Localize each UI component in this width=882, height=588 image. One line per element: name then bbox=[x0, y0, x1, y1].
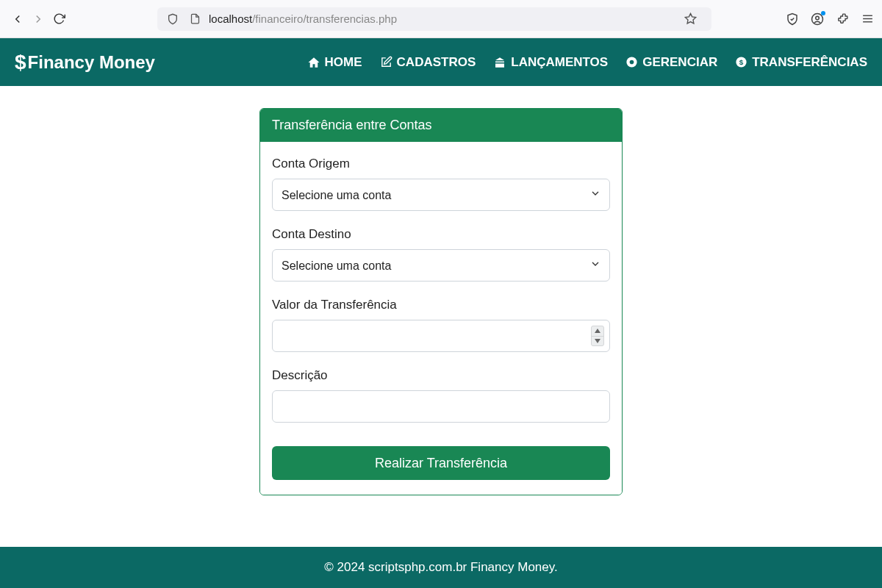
shield-icon bbox=[165, 11, 181, 27]
svg-marker-0 bbox=[685, 13, 695, 23]
forward-button[interactable] bbox=[28, 9, 49, 29]
menu-icon[interactable] bbox=[860, 12, 875, 26]
nav-home[interactable]: HOME bbox=[307, 55, 362, 70]
transfer-card: Transferência entre Contas Conta Origem … bbox=[259, 108, 623, 495]
url-text: localhost/financeiro/transferencias.php bbox=[209, 12, 397, 25]
select-destino[interactable]: Selecione uma conta bbox=[272, 249, 610, 282]
extensions-icon[interactable] bbox=[835, 12, 850, 26]
page-icon bbox=[187, 11, 203, 27]
card-title: Transferência entre Contas bbox=[260, 109, 622, 142]
back-button[interactable] bbox=[7, 9, 28, 29]
dollar-icon: $ bbox=[15, 51, 26, 74]
nav-gerenciar[interactable]: GERENCIAR bbox=[625, 55, 717, 70]
shield-badge-icon[interactable] bbox=[785, 12, 800, 26]
svg-point-2 bbox=[816, 16, 820, 20]
nav-lancamentos[interactable]: LANÇAMENTOS bbox=[493, 55, 608, 70]
svg-marker-10 bbox=[595, 329, 600, 333]
nav-menu: HOME CADASTROS LANÇAMENTOS GERENCIAR $ T… bbox=[307, 55, 867, 70]
svg-point-7 bbox=[630, 60, 634, 65]
browser-toolbar: localhost/financeiro/transferencias.php bbox=[0, 0, 882, 38]
card-body: Conta Origem Selecione uma conta Conta D… bbox=[260, 142, 622, 495]
spinner-up[interactable] bbox=[592, 326, 603, 337]
browser-right-icons bbox=[785, 12, 875, 26]
field-destino: Conta Destino Selecione uma conta bbox=[272, 227, 610, 282]
nav-cadastros[interactable]: CADASTROS bbox=[380, 55, 476, 70]
label-origem: Conta Origem bbox=[272, 157, 610, 171]
field-valor: Valor da Transferência bbox=[272, 298, 610, 352]
label-descricao: Descrição bbox=[272, 368, 610, 383]
address-bar[interactable]: localhost/financeiro/transferencias.php bbox=[157, 7, 711, 31]
svg-text:$: $ bbox=[739, 58, 744, 66]
label-valor: Valor da Transferência bbox=[272, 298, 610, 312]
label-destino: Conta Destino bbox=[272, 227, 610, 242]
main-content: Transferência entre Contas Conta Origem … bbox=[0, 86, 882, 547]
reload-button[interactable] bbox=[49, 9, 69, 29]
app-navbar: $Financy Money HOME CADASTROS LANÇAMENTO… bbox=[0, 38, 882, 86]
nav-transferencias[interactable]: $ TRANSFERÊNCIAS bbox=[735, 55, 867, 70]
svg-marker-11 bbox=[595, 339, 600, 343]
input-descricao[interactable] bbox=[272, 390, 610, 423]
spinner-down[interactable] bbox=[592, 337, 603, 346]
select-origem[interactable]: Selecione uma conta bbox=[272, 179, 610, 211]
bookmark-star-icon[interactable] bbox=[682, 11, 698, 27]
number-spinner bbox=[591, 326, 604, 346]
footer: © 2024 scriptsphp.com.br Financy Money. bbox=[0, 547, 882, 588]
account-icon[interactable] bbox=[810, 12, 825, 26]
field-origem: Conta Origem Selecione uma conta bbox=[272, 157, 610, 211]
brand-logo[interactable]: $Financy Money bbox=[15, 51, 155, 74]
submit-button[interactable]: Realizar Transferência bbox=[272, 446, 610, 480]
field-descricao: Descrição bbox=[272, 368, 610, 423]
input-valor[interactable] bbox=[272, 320, 610, 352]
